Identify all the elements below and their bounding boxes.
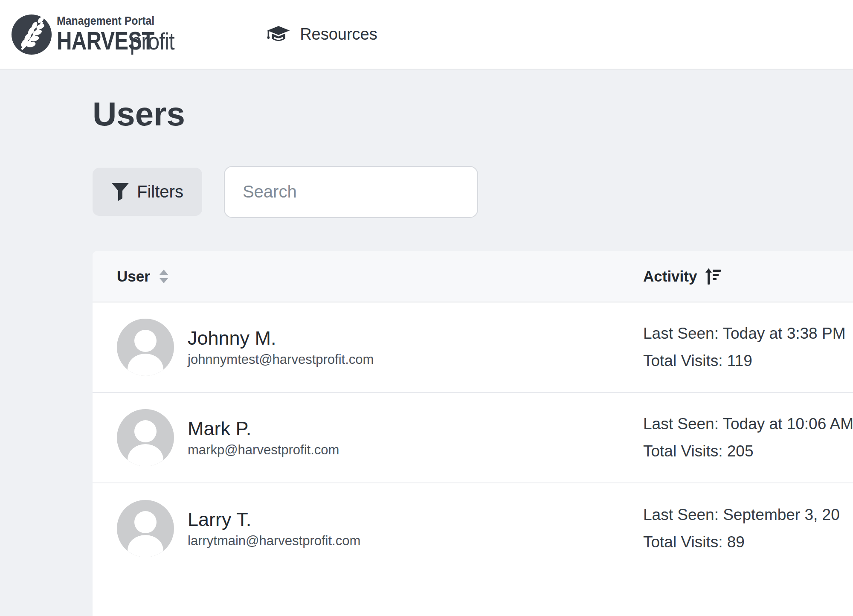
user-cell: Mark P. markp@harvestprofit.com bbox=[93, 409, 643, 466]
total-visits-text: Total Visits: 205 bbox=[643, 438, 853, 465]
sort-carets-icon[interactable] bbox=[159, 269, 169, 284]
nav-item-resources[interactable]: Resources bbox=[267, 25, 377, 44]
brand-text: Management Portal HARVESTprofit bbox=[57, 15, 226, 54]
table-header-row: User Activity bbox=[93, 251, 853, 302]
brand-logo[interactable]: Management Portal HARVESTprofit bbox=[11, 14, 226, 55]
table-row[interactable]: Johnny M. johnnymtest@harvestprofit.com … bbox=[93, 302, 853, 393]
main-content: Users Filters bbox=[0, 70, 853, 218]
brand-tagline: Management Portal bbox=[57, 15, 212, 28]
table-row[interactable]: Mark P. markp@harvestprofit.com Last See… bbox=[93, 393, 853, 483]
filters-button[interactable]: Filters bbox=[93, 168, 202, 216]
user-cell: Larry T. larrytmain@harvestprofit.com bbox=[93, 500, 643, 557]
filters-button-label: Filters bbox=[137, 182, 183, 201]
graduation-cap-icon bbox=[267, 25, 290, 44]
column-header-activity-label: Activity bbox=[643, 268, 697, 285]
total-visits-text: Total Visits: 89 bbox=[643, 529, 853, 556]
brand-name: HARVESTprofit bbox=[57, 28, 226, 54]
search-input[interactable] bbox=[224, 166, 478, 218]
user-email: johnnymtest@harvestprofit.com bbox=[188, 352, 374, 367]
page-title: Users bbox=[93, 97, 853, 132]
user-name: Mark P. bbox=[188, 418, 339, 440]
table-row[interactable]: Larry T. larrytmain@harvestprofit.com La… bbox=[93, 483, 853, 574]
top-header-bar: Management Portal HARVESTprofit Resource… bbox=[0, 0, 853, 70]
sort-amount-up-icon[interactable] bbox=[705, 268, 721, 285]
nav-resources-label: Resources bbox=[300, 25, 377, 44]
user-info: Larry T. larrytmain@harvestprofit.com bbox=[188, 508, 360, 549]
user-name: Larry T. bbox=[188, 508, 360, 531]
user-email: larrytmain@harvestprofit.com bbox=[188, 533, 360, 549]
user-name: Johnny M. bbox=[188, 327, 374, 349]
activity-cell: Last Seen: September 3, 20 Total Visits:… bbox=[643, 501, 853, 556]
toolbar: Filters bbox=[93, 166, 853, 218]
wheat-icon bbox=[11, 14, 52, 55]
person-avatar-icon bbox=[117, 409, 174, 466]
funnel-icon bbox=[111, 183, 129, 201]
column-header-user-label: User bbox=[117, 268, 150, 285]
last-seen-text: Last Seen: September 3, 20 bbox=[643, 501, 853, 529]
users-table: User Activity bbox=[93, 251, 853, 616]
column-header-activity[interactable]: Activity bbox=[643, 268, 853, 285]
column-header-user[interactable]: User bbox=[93, 268, 643, 285]
person-avatar-icon bbox=[117, 500, 174, 557]
activity-cell: Last Seen: Today at 3:38 PM Total Visits… bbox=[643, 320, 853, 375]
person-avatar-icon bbox=[117, 319, 174, 376]
user-cell: Johnny M. johnnymtest@harvestprofit.com bbox=[93, 319, 643, 376]
brand-name-light: profit bbox=[130, 29, 174, 53]
last-seen-text: Last Seen: Today at 3:38 PM bbox=[643, 320, 853, 347]
total-visits-text: Total Visits: 119 bbox=[643, 347, 853, 375]
activity-cell: Last Seen: Today at 10:06 AM Total Visit… bbox=[643, 410, 853, 465]
user-email: markp@harvestprofit.com bbox=[188, 442, 339, 458]
last-seen-text: Last Seen: Today at 10:06 AM bbox=[643, 410, 853, 438]
user-info: Mark P. markp@harvestprofit.com bbox=[188, 418, 339, 458]
user-info: Johnny M. johnnymtest@harvestprofit.com bbox=[188, 327, 374, 368]
